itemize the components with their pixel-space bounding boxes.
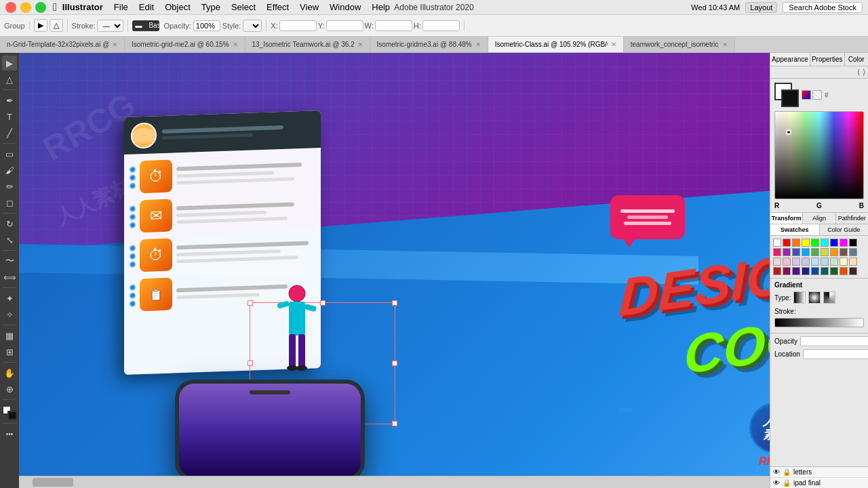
warp-tool[interactable]: 〜 bbox=[2, 253, 17, 268]
menu-edit[interactable]: Edit bbox=[134, 2, 159, 12]
tab-pathfinder[interactable]: Pathfinder bbox=[836, 213, 868, 224]
pen-tool[interactable]: ✒ bbox=[2, 93, 17, 108]
gradient-tool[interactable]: ▦ bbox=[2, 328, 17, 343]
tab-close-3[interactable]: ✕ bbox=[475, 41, 481, 48]
w-input[interactable]: 89.087 px bbox=[375, 20, 412, 31]
menu-view[interactable]: View bbox=[294, 2, 324, 12]
swatch-light-pink[interactable] bbox=[783, 258, 791, 266]
none-swatch-small[interactable] bbox=[812, 90, 822, 100]
gradient-freeform-btn[interactable] bbox=[823, 291, 835, 304]
minimize-button[interactable] bbox=[20, 2, 31, 13]
collapse-icon[interactable]: ⟨ bbox=[857, 68, 860, 77]
layout-dropdown[interactable]: Layout bbox=[745, 2, 777, 13]
swatch-dark-indigo[interactable] bbox=[802, 267, 810, 275]
swatch-dark-orange[interactable] bbox=[840, 267, 848, 275]
swatch-pink[interactable] bbox=[773, 248, 781, 256]
tab-0[interactable]: n-Grid-Template-32x32pixels.ai @ ✕ bbox=[0, 37, 125, 52]
tab-3[interactable]: Isometric-gridme3.ai @ 88.48% ✕ bbox=[370, 37, 488, 52]
menu-help[interactable]: Help bbox=[366, 2, 395, 12]
swatch-dark-brown[interactable] bbox=[849, 267, 857, 275]
mesh-tool[interactable]: ⊞ bbox=[2, 344, 17, 359]
zoom-tool[interactable]: ⊕ bbox=[2, 382, 17, 396]
layer-lock-ipad[interactable]: 🔒 bbox=[783, 479, 791, 487]
swatch-dark-purple[interactable] bbox=[792, 267, 800, 275]
type-tool[interactable]: T bbox=[2, 109, 17, 124]
gradient-opacity-input[interactable] bbox=[800, 336, 868, 346]
maximize-button[interactable] bbox=[35, 2, 46, 13]
close-button[interactable] bbox=[5, 2, 16, 13]
layer-visible-ipad[interactable]: 👁 bbox=[773, 479, 780, 487]
tab-close-1[interactable]: ✕ bbox=[233, 41, 238, 48]
horizontal-scrollbar-thumb[interactable] bbox=[33, 478, 73, 487]
gradient-radial-btn[interactable] bbox=[808, 291, 821, 304]
eyedropper-tool[interactable]: ✦ bbox=[2, 291, 17, 306]
swatch-brown[interactable] bbox=[840, 248, 848, 256]
expand-icon[interactable]: ⟩ bbox=[863, 68, 865, 77]
swatch-dark-blue[interactable] bbox=[811, 267, 819, 275]
swatch-light-blue[interactable] bbox=[802, 248, 810, 256]
search-stock-input[interactable]: Search Adobe Stock bbox=[783, 2, 863, 13]
swatch-grey[interactable] bbox=[849, 248, 857, 256]
tab-2[interactable]: 13_Isometric Teamwork.ai @ 36.21% ✕ bbox=[245, 37, 370, 52]
gradient-bar[interactable] bbox=[774, 318, 864, 327]
color-spectrum-area[interactable] bbox=[774, 111, 864, 199]
blend-tool[interactable]: ✧ bbox=[2, 307, 17, 322]
swatch-blue[interactable] bbox=[830, 239, 838, 247]
tab-close-5[interactable]: ✕ bbox=[722, 41, 728, 48]
selection-tool[interactable]: ▶ bbox=[2, 56, 17, 70]
line-tool[interactable]: ╱ bbox=[2, 125, 17, 140]
layer-lock-letters[interactable]: 🔒 bbox=[783, 468, 791, 476]
tab-close-2[interactable]: ✕ bbox=[357, 41, 363, 48]
tab-1[interactable]: Isometric-grid-me2.ai @ 60.15% ✕ bbox=[125, 37, 245, 52]
select-tool-btn[interactable]: ▶ bbox=[34, 19, 47, 32]
swatch-green[interactable] bbox=[811, 239, 819, 247]
tab-close-4[interactable]: ✕ bbox=[611, 41, 616, 48]
swatch-yellow[interactable] bbox=[802, 239, 810, 247]
swatch-lime[interactable] bbox=[821, 248, 829, 256]
swatch-cyan[interactable] bbox=[821, 239, 829, 247]
paintbrush-tool[interactable]: 🖌 bbox=[2, 163, 17, 178]
menu-type[interactable]: Type bbox=[196, 2, 226, 12]
direct-select-tool[interactable]: △ bbox=[2, 72, 17, 87]
menu-illustrator[interactable]: Illustrator bbox=[57, 2, 108, 12]
swatch-light-purple[interactable] bbox=[792, 258, 800, 266]
tab-color[interactable]: Color bbox=[845, 53, 868, 66]
scale-tool[interactable]: ⤡ bbox=[2, 232, 17, 247]
swatch-light-yellow[interactable] bbox=[840, 258, 848, 266]
swatch-red[interactable] bbox=[783, 239, 791, 247]
swatch-white[interactable] bbox=[773, 239, 781, 247]
h-input[interactable]: 93.368 px bbox=[422, 20, 460, 31]
swatch-dark-green[interactable] bbox=[830, 267, 838, 275]
tab-close-0[interactable]: ✕ bbox=[112, 41, 117, 48]
tab-5[interactable]: teamwork_concept_isometric_illust... ✕ bbox=[624, 37, 735, 52]
width-tool[interactable]: ⟺ bbox=[2, 270, 17, 285]
tab-appearance[interactable]: Appearance bbox=[770, 53, 810, 66]
stroke-select[interactable]: — bbox=[97, 20, 123, 32]
menu-effect[interactable]: Effect bbox=[261, 2, 294, 12]
menu-object[interactable]: Object bbox=[159, 2, 196, 12]
hand-tool[interactable]: ✋ bbox=[2, 365, 17, 380]
menu-select[interactable]: Select bbox=[226, 2, 261, 12]
swatch-mid-green[interactable] bbox=[811, 248, 819, 256]
swatch-light-red[interactable] bbox=[773, 258, 781, 266]
menu-window[interactable]: Window bbox=[324, 2, 366, 12]
swatch-purple[interactable] bbox=[783, 248, 791, 256]
eraser-tool[interactable]: ◻ bbox=[2, 195, 17, 210]
opacity-input[interactable]: 100% bbox=[193, 20, 220, 31]
tab-swatches[interactable]: Swatches bbox=[770, 224, 820, 235]
rectangle-tool[interactable]: ▭ bbox=[2, 146, 17, 161]
horizontal-scrollbar[interactable] bbox=[19, 476, 860, 488]
more-tools-btn[interactable]: ••• bbox=[2, 426, 17, 441]
swatch-indigo[interactable] bbox=[792, 248, 800, 256]
swatch-magenta[interactable] bbox=[840, 239, 848, 247]
swatch-dark-pink[interactable] bbox=[783, 267, 791, 275]
swatch-dark-teal[interactable] bbox=[821, 267, 829, 275]
x-input[interactable]: 462.874 px bbox=[279, 20, 317, 31]
swatch-orange[interactable] bbox=[792, 239, 800, 247]
swatch-light-blue-2[interactable] bbox=[811, 258, 819, 266]
pencil-tool[interactable]: ✏ bbox=[2, 179, 17, 194]
tab-transform[interactable]: Transform bbox=[770, 213, 803, 224]
rotate-tool[interactable]: ↻ bbox=[2, 216, 17, 231]
gradient-linear-btn[interactable] bbox=[793, 291, 806, 304]
tab-properties[interactable]: Properties bbox=[810, 53, 845, 66]
